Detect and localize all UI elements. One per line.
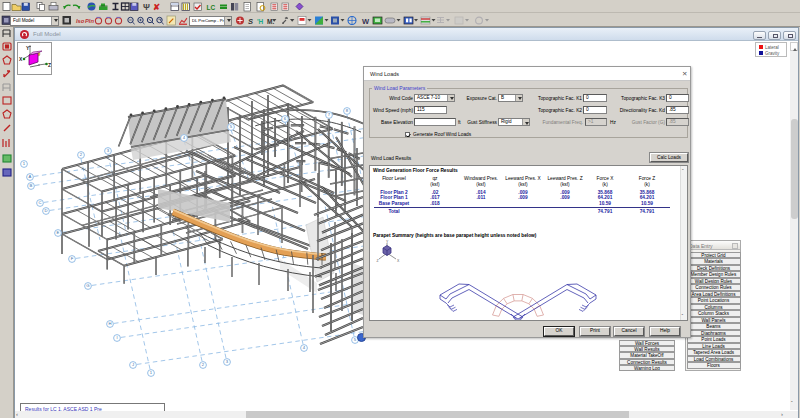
svg-text:'H: 'H xyxy=(257,18,264,25)
svg-text:S: S xyxy=(248,17,253,26)
svg-text:LC: LC xyxy=(207,4,216,11)
svg-text:✘: ✘ xyxy=(153,2,160,12)
svg-text:X: X xyxy=(19,56,23,62)
svg-text:M.: M. xyxy=(267,18,274,25)
svg-text:F: F xyxy=(71,256,74,261)
svg-text:Y: Y xyxy=(26,45,30,51)
svg-text:H: H xyxy=(108,321,111,326)
svg-text:E: E xyxy=(57,230,60,235)
svg-text:G: G xyxy=(86,283,89,288)
svg-text:Pln: Pln xyxy=(85,18,94,24)
svg-text:Iso: Iso xyxy=(76,18,85,24)
svg-text:B: B xyxy=(30,183,33,188)
svg-text:C: C xyxy=(38,200,41,205)
svg-text:Z: Z xyxy=(48,62,51,68)
svg-text:Ψ: Ψ xyxy=(143,2,150,12)
svg-text:A: A xyxy=(29,174,32,179)
svg-text:J: J xyxy=(132,362,134,367)
svg-text:W: W xyxy=(362,17,370,26)
svg-text:I: I xyxy=(116,335,117,340)
svg-text:D: D xyxy=(44,208,47,213)
